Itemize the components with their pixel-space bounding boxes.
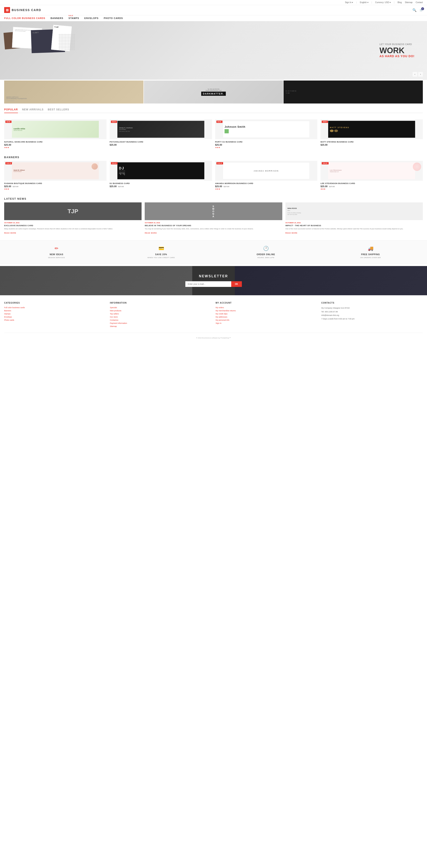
footer-link-sitemap[interactable]: Sitemap	[110, 325, 211, 328]
product-img-amanda[interactable]: SALE AMANDA MORRISON	[215, 161, 318, 181]
footer: CATEGORIES Full color business cards Ban…	[0, 295, 427, 345]
product-img-fashion[interactable]: SALE Sarah M. Allison Fashion Boutique	[4, 161, 106, 181]
features-bar: ✏ NEW IDEAS DESIGN SERVICES 💳 SAVE 20% W…	[0, 240, 427, 264]
contact-link[interactable]: Contact	[416, 1, 423, 4]
news-card-2: SMONA OCTOBER 15, 2016 BELIEVE IN THE BU…	[145, 203, 282, 234]
footer-link-sign-in[interactable]: Sign In	[216, 322, 317, 324]
hero-content: LET YOUR BUSINESS CARD WORK AS HARD AS Y…	[380, 43, 415, 58]
feature-new-ideas: ✏ NEW IDEAS DESIGN SERVICES	[4, 246, 109, 258]
feature-image-2[interactable]: Tel: 555 123 555 555Double-sided Busines…	[144, 81, 283, 103]
newsletter-email-input[interactable]	[185, 281, 231, 287]
footer-link-addresses[interactable]: My addresses	[216, 316, 317, 318]
footer-categories: CATEGORIES Full color business cards Ban…	[4, 302, 106, 329]
english-link[interactable]: English ▾	[360, 1, 368, 4]
product-img-party[interactable]: NEW Johnson Smith	[215, 119, 318, 139]
nav-banners[interactable]: BANNERS	[51, 17, 63, 20]
footer-link-stamps[interactable]: Stamps	[4, 313, 106, 315]
product-price-1: $25.00	[4, 144, 106, 146]
hero-next-btn[interactable]: ›	[418, 72, 423, 76]
nav-photo-cards[interactable]: PHOTO CARDS	[104, 17, 123, 20]
footer-link-credit-slips[interactable]: My credit slips	[216, 313, 317, 315]
footer-link-top-sellers[interactable]: Top sellers	[110, 313, 211, 315]
nav-stamps[interactable]: SALE STAMPS	[69, 17, 79, 20]
product-name-2: PSYCHOLOGIST BUSINESS CARD	[110, 141, 212, 143]
english-text: English	[360, 1, 367, 4]
news-img-1: TJP	[4, 203, 141, 220]
feature-image-3[interactable]: BA AB TA MB BA TA MB	[284, 81, 423, 103]
product-amanda-morrison: SALE AMANDA MORRISON AMANDA MORRISON BUS…	[215, 161, 318, 190]
hero-prev-btn[interactable]: ‹	[413, 72, 417, 76]
product-img-lee[interactable]: SALE Lee Stevenson info@example.com	[321, 161, 423, 181]
product-img-natural[interactable]: NEW camille white natural skincare	[4, 119, 106, 139]
footer-link-banners[interactable]: Banners	[4, 310, 106, 312]
feature-title-3: ORDER ONLINE	[257, 253, 275, 256]
cart-icon[interactable]: 🛒 0	[420, 8, 423, 11]
footer-link-my-orders[interactable]: My orders	[216, 307, 317, 309]
search-icon[interactable]: 🔍	[413, 8, 417, 12]
tab-new-arrivals[interactable]: NEW ARRIVALS	[22, 108, 43, 113]
news-read-more-3[interactable]: READ MORE	[286, 232, 298, 234]
currency-link[interactable]: Currency: USD ▾	[375, 1, 391, 4]
main-nav: FULL COLOR BUSINESS CARDS BANNERS SALE S…	[0, 15, 427, 21]
footer-link-contactus[interactable]: Contactus	[110, 319, 211, 321]
feature-title-2: SAVE 20%	[155, 253, 167, 256]
nav-full-color[interactable]: FULL COLOR BUSINESS CARDS	[4, 17, 45, 20]
footer-grid: CATEGORIES Full color business cards Ban…	[4, 302, 423, 329]
footer-link-payment[interactable]: Payment information	[110, 322, 211, 324]
product-psychologist: NEW Sandy N. Andrews Psychologist Park A…	[110, 119, 212, 149]
signin-text: Sign In	[345, 1, 351, 4]
banners-section-header: BANNERS	[0, 153, 427, 161]
clock-icon: 🕐	[263, 246, 269, 251]
product-img-dj[interactable]: SALE DJ Matt Green	[110, 161, 212, 181]
footer-information-title: INFORMATION	[110, 302, 211, 304]
newsletter-submit-button[interactable]: OK	[231, 281, 242, 287]
news-read-more-1[interactable]: READ MORE	[4, 232, 16, 234]
product-dj: SALE DJ Matt Green DJ BUSINESS CARD $25.…	[110, 161, 212, 190]
footer-my-account-title: MY ACCOUNT	[216, 302, 317, 304]
product-party-dj: NEW Johnson Smith PARTY DJ BUSINESS CARD…	[215, 119, 318, 149]
footer-link-personal-info[interactable]: My personal info	[216, 319, 317, 321]
sitemap-link[interactable]: Sitemap	[405, 1, 413, 4]
header-right: 🔍 🛒 0	[413, 8, 423, 12]
hero-navigation: ‹ ›	[413, 72, 423, 76]
footer-link-new-products[interactable]: New products	[110, 310, 211, 312]
footer-link-returns[interactable]: My merchandise returns	[216, 310, 317, 312]
logo-text: BUSINESS CARD	[12, 8, 41, 12]
blog-link[interactable]: Blog	[398, 1, 402, 4]
feature-desc-1: DESIGN SERVICES	[48, 257, 65, 258]
news-grid: TJP OCTOBER 15, 2016 EXCLUSIVE BUSINESS …	[0, 203, 427, 238]
nav-envelops[interactable]: ENVELOPS	[85, 17, 99, 20]
product-matt-stevens: NEW MATT STEVENS MATT STEVENS BUSINESS C…	[321, 119, 423, 149]
tabs-section: POPULAR NEW ARRIVALS BEST SELLERS	[0, 104, 427, 119]
product-img-matt[interactable]: NEW MATT STEVENS	[321, 119, 423, 139]
news-title-3: IMPACT - THE HEART OF BUSINESS	[286, 224, 423, 226]
footer-link-envelops[interactable]: Envelops	[4, 316, 106, 318]
footer-address: My Company Glasgow G14 8YG9	[321, 307, 423, 309]
footer-bottom: © 2016 Ecommerce software by PrestaShop™	[4, 333, 423, 339]
footer-link-full-color[interactable]: Full color business cards	[4, 307, 106, 309]
feature-image-1[interactable]: DERPO KRPVH:NOUTSTANDING FOUNDATION * S …	[4, 81, 143, 103]
news-title-2: BELIEVE IN THE BUSINESS OF YOUR DREAMS	[145, 224, 282, 226]
tab-best-sellers[interactable]: BEST SELLERS	[48, 108, 69, 113]
product-price-8: $25.00 $27.00	[321, 185, 423, 188]
signin-link[interactable]: Sign In ▾	[345, 1, 353, 4]
footer-link-specials[interactable]: Specials	[110, 307, 211, 309]
newsletter-content: NEWSLETTER OK	[4, 274, 423, 287]
top-bar: Sign In ▾ | English ▾ | Currency: USD ▾ …	[0, 0, 427, 5]
product-price-2: $25.00	[110, 144, 212, 146]
product-img-psychologist[interactable]: NEW Sandy N. Andrews Psychologist Park A…	[110, 119, 212, 139]
badge-new-2: NEW	[111, 121, 117, 123]
footer-contacts-title: CONTACTS	[321, 302, 423, 304]
product-stars-8: ★★★	[321, 188, 423, 190]
footer-link-photo-cards[interactable]: Photo cards	[4, 319, 106, 321]
logo[interactable]: ⊞ BUSINESS CARD	[4, 7, 41, 13]
newsletter-section: NEWSLETTER OK	[0, 266, 427, 295]
product-price-4: $25.00	[321, 144, 423, 146]
news-read-more-2[interactable]: READ MORE	[145, 232, 157, 234]
footer-link-our-store[interactable]: Our store	[110, 316, 211, 318]
feature-images: DERPO KRPVH:NOUTSTANDING FOUNDATION * S …	[0, 80, 427, 104]
hero-tagline: AS HARD AS YOU DO!	[380, 55, 415, 58]
product-stars-5: ★★★	[4, 188, 106, 190]
product-price-5: $25.00 $27.00	[4, 185, 106, 188]
tab-popular[interactable]: POPULAR	[4, 108, 18, 113]
